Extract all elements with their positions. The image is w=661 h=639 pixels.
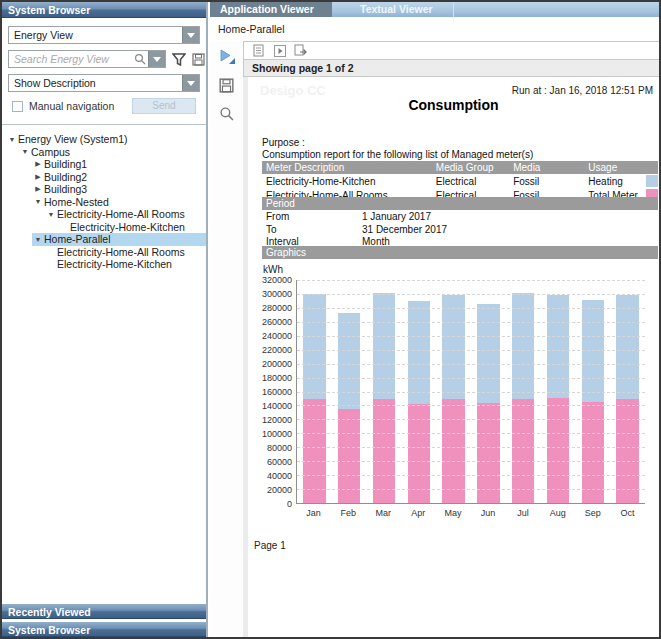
- bar-segment: [582, 300, 604, 402]
- chevron-down-icon[interactable]: [148, 51, 165, 67]
- search-row: [8, 50, 200, 68]
- bar-segment: [303, 294, 325, 400]
- chevron-down-icon[interactable]: [182, 75, 199, 91]
- tree-item-label: Electricity-Home-All Rooms: [57, 208, 185, 220]
- description-selector-value: Show Description: [9, 77, 182, 89]
- chevron-down-icon[interactable]: ▼: [45, 211, 57, 218]
- tab-textual-viewer[interactable]: Textual Viewer: [350, 2, 454, 17]
- manual-navigation-checkbox[interactable]: [12, 101, 23, 112]
- chevron-right-icon[interactable]: ▶: [32, 173, 44, 181]
- chevron-down-icon[interactable]: [182, 27, 199, 43]
- tree-item-1[interactable]: ▼Campus: [2, 146, 206, 159]
- tree-item-2[interactable]: ▶Building1: [2, 158, 206, 171]
- y-tick-label: 60000: [267, 457, 292, 467]
- period-value: 1 January 2017: [362, 211, 431, 223]
- meter-table-header: Media Group: [432, 161, 509, 174]
- gridline: [297, 308, 645, 309]
- tree-item-0[interactable]: ▼Energy View (System1): [2, 133, 206, 146]
- bar-segment: [477, 304, 499, 403]
- tree-item-content: Electricity-Home-Kitchen: [45, 258, 206, 271]
- viewer-tool-strip: [210, 41, 243, 637]
- chevron-right-icon[interactable]: ▶: [32, 185, 44, 193]
- stacked-bar-jul: [512, 293, 534, 503]
- y-tick-label: 320000: [262, 275, 292, 285]
- app-window: System Browser Energy View: [0, 0, 661, 639]
- tree-item-content: ▶Building2: [32, 171, 206, 184]
- bottom-bar-recently-viewed[interactable]: Recently Viewed: [2, 603, 206, 619]
- system-browser-panel: System Browser Energy View: [2, 2, 208, 637]
- report-viewport: Desigo CC Run at : Jan 16, 2018 12:51 PM…: [243, 77, 659, 637]
- tree-item-label: Electricity-Home-Kitchen: [70, 221, 185, 233]
- y-tick-label: 300000: [262, 289, 292, 299]
- tree-item-3[interactable]: ▶Building2: [2, 171, 206, 184]
- run-report-icon[interactable]: [217, 47, 237, 67]
- period-value: 31 December 2017: [362, 224, 447, 236]
- system-tree: ▼Energy View (System1)▼Campus▶Building1▶…: [2, 125, 206, 601]
- viewer-panel: Application ViewerTextual Viewer Home-Pa…: [210, 2, 659, 637]
- chevron-right-icon[interactable]: ▶: [32, 160, 44, 168]
- export-report-icon[interactable]: [294, 44, 307, 57]
- table-row: Electricity-Home-KitchenElectricalFossil…: [262, 174, 658, 188]
- save-report-icon[interactable]: [217, 75, 237, 95]
- y-tick-label: 220000: [262, 345, 292, 355]
- context-title: Home-Parallel: [210, 17, 659, 35]
- meter-table: Meter DescriptionMedia GroupMediaUsage E…: [262, 161, 658, 202]
- gridline: [297, 475, 645, 476]
- period-label: From: [266, 211, 362, 223]
- tree-item-4[interactable]: ▶Building3: [2, 183, 206, 196]
- chevron-down-icon[interactable]: ▼: [6, 136, 18, 143]
- bar-segment: [616, 295, 638, 399]
- filter-icon[interactable]: [172, 53, 186, 66]
- bar-segment: [442, 295, 464, 399]
- tree-item-9[interactable]: Electricity-Home-All Rooms: [2, 246, 206, 259]
- tree-item-label: Home-Nested: [44, 196, 109, 208]
- tree-item-label: Home-Parallel: [44, 233, 111, 245]
- viewer-body: Showing page 1 of 2 Desigo CC Run at : J…: [210, 41, 659, 637]
- bar-segment: [547, 398, 569, 503]
- bottom-bar-system-browser[interactable]: System Browser: [2, 621, 206, 637]
- tree-item-content: ▼Home-Nested: [32, 196, 206, 209]
- stacked-bar-jan: [303, 294, 325, 503]
- table-cell: Heating: [584, 174, 642, 188]
- x-tick-label: Jan: [296, 504, 331, 518]
- chevron-down-icon[interactable]: ▼: [32, 198, 44, 205]
- save-search-icon[interactable]: [192, 53, 205, 66]
- page-footer: Page 1: [254, 540, 286, 551]
- bar-segment: [408, 301, 430, 404]
- chevron-down-icon[interactable]: ▼: [19, 148, 31, 155]
- next-page-icon[interactable]: [273, 44, 286, 57]
- view-selector-dropdown[interactable]: Energy View: [8, 26, 200, 44]
- refresh-page-icon[interactable]: [252, 44, 265, 57]
- report-logo: Desigo CC: [260, 83, 326, 98]
- description-selector-dropdown[interactable]: Show Description: [8, 74, 200, 92]
- period-row: From1 January 2017: [262, 210, 658, 223]
- y-tick-label: 140000: [262, 401, 292, 411]
- meter-table-header: Meter Description: [262, 161, 432, 174]
- search-icon[interactable]: [134, 53, 146, 65]
- period-row: To31 December 2017: [262, 223, 658, 236]
- tree-item-7[interactable]: Electricity-Home-Kitchen: [2, 221, 206, 234]
- search-input[interactable]: [9, 53, 134, 65]
- tree-item-10[interactable]: Electricity-Home-Kitchen: [2, 258, 206, 271]
- y-tick-label: 20000: [267, 485, 292, 495]
- chart-y-axis: 3200003000002800002600002400002200002000…: [256, 280, 296, 504]
- y-tick-label: 200000: [262, 359, 292, 369]
- browser-bottom-bars: Recently ViewedSystem Browser: [2, 601, 206, 637]
- x-tick-label: Feb: [331, 504, 366, 518]
- send-button[interactable]: Send: [132, 98, 196, 114]
- stacked-bar-jun: [477, 304, 499, 503]
- y-tick-label: 180000: [262, 373, 292, 383]
- chart-x-axis: JanFebMarAprMayJunJulAugSepOct: [296, 504, 645, 518]
- zoom-icon[interactable]: [217, 103, 237, 123]
- chevron-down-icon[interactable]: ▼: [32, 236, 44, 243]
- system-browser-header: System Browser: [2, 2, 206, 18]
- tab-application-viewer[interactable]: Application Viewer: [210, 2, 332, 17]
- swatch-cell: [642, 174, 658, 188]
- tree-item-6[interactable]: ▼Electricity-Home-All Rooms: [2, 208, 206, 221]
- search-box[interactable]: [8, 50, 166, 68]
- x-tick-label: Mar: [366, 504, 401, 518]
- tree-item-8[interactable]: ▼Home-Parallel: [2, 233, 206, 246]
- graphics-header: Graphics: [262, 246, 658, 259]
- tree-item-5[interactable]: ▼Home-Nested: [2, 196, 206, 209]
- tree-item-label: Building3: [44, 183, 87, 195]
